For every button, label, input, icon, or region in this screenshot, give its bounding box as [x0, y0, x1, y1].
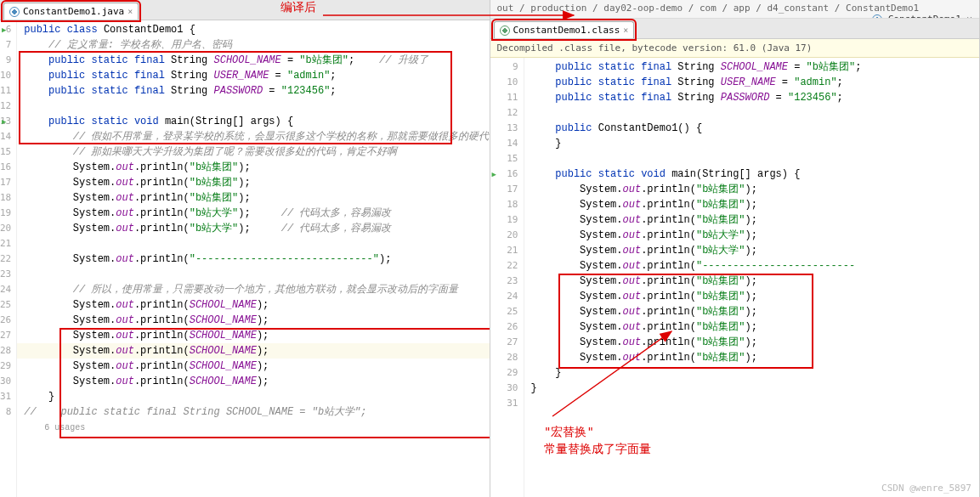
decompile-info: Decompiled .class file, bytecode version… [490, 39, 980, 58]
annotation-compile: 编译后 [280, 0, 316, 15]
right-editor-pane: out / production / day02-oop-demo / com … [490, 0, 981, 497]
code-line[interactable]: System.out.println("b站集团"); [17, 160, 489, 175]
code-line[interactable]: System.out.println(SCHOOL_NAME); [17, 313, 489, 328]
code-line[interactable]: // 那如果哪天大学升级为集团了呢？需要改很多处的代码，肯定不好啊 [17, 144, 489, 160]
code-line[interactable] [524, 105, 980, 121]
code-body-left[interactable]: ▲ 2 ⌄ public class ConstantDemo1 { // 定义… [17, 20, 489, 497]
code-line[interactable]: } [524, 136, 980, 151]
code-line[interactable]: 6 usages [17, 420, 489, 435]
code-line[interactable]: System.out.println("b站大学"); [524, 243, 980, 258]
code-line[interactable]: System.out.println(SCHOOL_NAME); [17, 343, 489, 359]
code-line[interactable]: System.out.println(SCHOOL_NAME); [17, 359, 489, 374]
code-line[interactable]: public static final String SCHOOL_NAME =… [524, 59, 980, 75]
code-line[interactable]: } [524, 365, 980, 381]
code-line[interactable]: public static final String USER_NAME = "… [524, 75, 980, 90]
watermark: CSDN @wenre_5897 [881, 483, 972, 494]
code-line[interactable] [17, 99, 489, 114]
gutter-left: 6791011121314151617181920212223242526272… [0, 20, 17, 497]
code-line[interactable]: System.out.println("b站集团"); [524, 289, 980, 304]
code-line[interactable]: } [17, 389, 489, 404]
code-line[interactable]: System.out.println("b站集团"); [524, 304, 980, 319]
gutter-right: 9101112131415161718192021222324252627282… [490, 58, 524, 497]
code-line[interactable]: public static void main(String[] args) { [17, 114, 489, 129]
code-line[interactable] [524, 396, 980, 411]
code-line[interactable]: // 定义常量: 学校名称、用户名、密码 [17, 37, 489, 53]
code-line[interactable]: } [524, 381, 980, 396]
code-line[interactable] [17, 236, 489, 251]
tab-class-file[interactable]: ConstantDemo1.class × [494, 21, 635, 38]
tab-bar-left: ConstantDemo1.java × 编译后 [0, 0, 490, 20]
code-line[interactable]: System.out.println("b站集团"); [524, 319, 980, 335]
code-line[interactable]: System.out.println(SCHOOL_NAME); [17, 374, 489, 389]
ide-split-view: ConstantDemo1.java × 编译后 679101112131415… [0, 0, 980, 497]
close-icon[interactable]: × [127, 7, 133, 16]
code-line[interactable]: System.out.println("--------------------… [17, 251, 489, 267]
code-line[interactable]: System.out.println("b站集团"); [524, 335, 980, 350]
code-line[interactable]: System.out.println(SCHOOL_NAME); [17, 297, 489, 313]
code-line[interactable]: // public static final String SCHOOL_NAM… [17, 404, 489, 420]
code-line[interactable]: System.out.println("b站集团"); [524, 182, 980, 197]
code-line[interactable]: public class ConstantDemo1 { [17, 22, 489, 37]
code-line[interactable]: // 所以，使用常量，只需要改动一个地方，其他地方联动，就会显示改动后的字面量 [17, 282, 489, 297]
tab-label: ConstantDemo1.class [513, 25, 620, 36]
code-line[interactable]: public static final String SCHOOL_NAME =… [17, 53, 489, 68]
code-line[interactable]: System.out.println("b站大学"); [524, 228, 980, 243]
code-line[interactable]: System.out.println("--------------------… [524, 258, 980, 274]
code-line[interactable]: System.out.println("b站大学"); // 代码太多，容易漏改 [17, 206, 489, 221]
close-icon[interactable]: × [623, 25, 628, 35]
code-line[interactable]: // 假如不用常量，登录某学校的系统，会显示很多这个学校的名称，那就需要做很多的… [17, 129, 489, 144]
tab-java-file[interactable]: ConstantDemo1.java × [3, 3, 139, 20]
code-line[interactable]: public static void main(String[] args) { [524, 167, 980, 182]
code-area-left[interactable]: 6791011121314151617181920212223242526272… [0, 20, 490, 497]
code-line[interactable]: public static final String PASSWORD = "1… [17, 83, 489, 99]
code-line[interactable]: public static final String PASSWORD = "1… [524, 90, 980, 105]
code-line[interactable]: System.out.println("b站集团"); [524, 212, 980, 228]
code-line[interactable]: System.out.println("b站集团"); [524, 350, 980, 365]
tab-bar-right: ConstantDemo1.class × [490, 19, 980, 39]
code-line[interactable]: System.out.println("b站集团"); [17, 175, 489, 190]
code-line[interactable] [17, 267, 489, 282]
breadcrumb[interactable]: out / production / day02-oop-demo / com … [490, 0, 980, 19]
tab-label: ConstantDemo1.java [23, 6, 124, 17]
code-line[interactable]: public ConstantDemo1() { [524, 121, 980, 136]
code-line[interactable]: System.out.println("b站集团"); [524, 197, 980, 212]
code-line[interactable] [524, 151, 980, 167]
code-line[interactable]: System.out.println(SCHOOL_NAME); [17, 328, 489, 343]
code-line[interactable]: System.out.println("b站集团"); [524, 274, 980, 289]
code-area-right[interactable]: 9101112131415161718192021222324252627282… [490, 58, 980, 497]
code-line[interactable]: public static final String USER_NAME = "… [17, 68, 489, 83]
class-file-icon [500, 25, 510, 36]
left-editor-pane: ConstantDemo1.java × 编译后 679101112131415… [0, 0, 490, 497]
code-line[interactable]: System.out.println("b站集团"); [17, 190, 489, 206]
java-file-icon [9, 7, 20, 17]
code-body-right[interactable]: public static final String SCHOOL_NAME =… [524, 58, 980, 497]
code-line[interactable]: System.out.println("b站大学"); // 代码太多，容易漏改 [17, 221, 489, 236]
